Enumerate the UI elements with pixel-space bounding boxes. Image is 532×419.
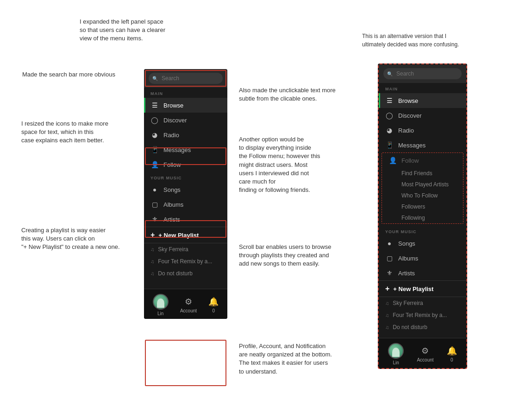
right-profile-button[interactable]: Lin	[388, 343, 404, 365]
nav-label-albums: Albums	[163, 201, 183, 208]
right-main-label: MAIN	[379, 83, 466, 93]
search-input-wrap[interactable]	[149, 73, 223, 84]
nav-label-follow: Follow	[163, 161, 181, 168]
right-nav-radio[interactable]: ◕ Radio	[379, 123, 466, 138]
right-nav-label-discover: Discover	[398, 112, 422, 119]
follow-expanded-section: 👤 Follow Find Friends Most Played Artist…	[382, 152, 463, 224]
sub-most-played[interactable]: Most Played Artists	[382, 179, 463, 190]
music-note-icon-2: ♫	[150, 259, 154, 264]
notification-count: 0	[213, 308, 215, 313]
new-playlist-label: + New Playlist	[158, 232, 199, 239]
right-panel: MAIN ☰ Browse ◯ Discover ◕ Radio 📱 Messa…	[378, 63, 467, 369]
right-nav-label-albums: Albums	[398, 255, 418, 262]
bell-icon: 🔔	[208, 297, 219, 307]
playlist-item-1[interactable]: ♫ Sky Ferreira	[144, 243, 227, 255]
annotation-profile: Profile, Account, and Notificationare ne…	[239, 342, 332, 376]
follow-icon: 👤	[150, 160, 159, 169]
right-albums-icon: ▢	[385, 254, 394, 262]
right-new-playlist[interactable]: + + New Playlist	[379, 280, 466, 297]
nav-item-messages[interactable]: 📱 Messages	[144, 142, 227, 157]
right-user-label: Lin	[393, 360, 399, 365]
right-nav-messages[interactable]: 📱 Messages	[379, 138, 466, 152]
nav-label-songs: Songs	[163, 186, 181, 193]
right-search-bar	[379, 64, 466, 83]
sub-followers[interactable]: Followers	[382, 201, 463, 212]
right-nav-discover[interactable]: ◯ Discover	[379, 108, 466, 123]
sub-who-to-follow[interactable]: Who To Follow	[382, 190, 463, 201]
nav-label-browse: Browse	[163, 102, 183, 109]
your-music-section-label: YOUR MUSIC	[144, 172, 227, 182]
right-nav-label-follow: Follow	[401, 157, 419, 164]
playlist-label-1: Sky Ferreira	[158, 246, 188, 253]
plus-icon: +	[150, 231, 155, 239]
right-radio-icon: ◕	[385, 126, 394, 134]
nav-item-artists[interactable]: ⚜ Artists	[144, 212, 227, 227]
right-nav-label-radio: Radio	[398, 127, 414, 134]
browse-icon: ☰	[150, 101, 159, 109]
nav-label-artists: Artists	[163, 216, 180, 223]
annotation-icons: I resized the icons to make morespace fo…	[21, 120, 108, 145]
annotation-unclickable: Also made the unclickable text moresubtl…	[239, 86, 336, 103]
sub-following[interactable]: Following	[382, 212, 463, 223]
playlist-item-3[interactable]: ♫ Do not disturb	[144, 267, 227, 279]
right-follow-icon: 👤	[388, 156, 397, 165]
profile-button[interactable]: Lin	[153, 294, 169, 316]
search-input[interactable]	[149, 73, 223, 84]
right-music-note-2: ♫	[385, 312, 389, 318]
right-nav-artists[interactable]: ⚜ Artists	[379, 266, 466, 280]
songs-icon: ●	[150, 185, 159, 194]
new-playlist-button[interactable]: + + New Playlist	[144, 227, 227, 243]
right-gear-icon: ⚙	[421, 346, 429, 356]
music-note-icon-1: ♫	[150, 247, 154, 252]
right-account-button[interactable]: ⚙ Account	[417, 346, 433, 362]
highlight-bottom-bar	[145, 340, 226, 386]
right-artists-icon: ⚜	[385, 269, 394, 277]
playlist-label-2: Four Tet Remix by a...	[158, 258, 212, 265]
search-bar-section	[144, 69, 227, 88]
notifications-button[interactable]: 🔔 0	[208, 297, 219, 313]
nav-item-songs[interactable]: ● Songs	[144, 182, 227, 197]
right-account-label: Account	[417, 357, 433, 362]
right-playlist-label-1: Sky Ferreira	[393, 300, 423, 306]
right-discover-icon: ◯	[385, 111, 394, 120]
right-nav-songs[interactable]: ● Songs	[379, 236, 466, 251]
right-playlist-label-2: Four Tet Remix by a...	[393, 312, 447, 318]
right-nav-albums[interactable]: ▢ Albums	[379, 251, 466, 266]
annotation-playlist: Creating a playlist is way easierthis wa…	[21, 226, 120, 252]
radio-icon: ◕	[150, 131, 159, 139]
main-section-label: MAIN	[144, 88, 227, 98]
nav-item-albums[interactable]: ▢ Albums	[144, 197, 227, 212]
right-playlist-1[interactable]: ♫ Sky Ferreira	[379, 297, 466, 309]
annotation-title-left: I expanded the left panel spaceso that u…	[80, 18, 165, 43]
user-label: Lin	[157, 311, 163, 316]
left-panel: MAIN ☰ Browse ◯ Discover ◕ Radio 📱 Messa…	[144, 69, 227, 319]
nav-item-follow[interactable]: 👤 Follow	[144, 157, 227, 172]
right-notifications-button[interactable]: 🔔 0	[447, 346, 457, 362]
music-note-icon-3: ♫	[150, 271, 154, 276]
artists-icon: ⚜	[150, 215, 159, 223]
bottom-bar: Lin ⚙ Account 🔔 0	[144, 289, 227, 319]
annotation-search: Made the search bar more obvious	[22, 70, 115, 79]
right-nav-browse[interactable]: ☰ Browse	[379, 93, 466, 108]
right-playlist-label-3: Do not disturb	[393, 324, 427, 330]
right-music-note-1: ♫	[385, 300, 389, 306]
right-nav-follow[interactable]: 👤 Follow	[382, 153, 463, 168]
playlist-item-2[interactable]: ♫ Four Tet Remix by a...	[144, 255, 227, 267]
right-search-input[interactable]	[383, 68, 462, 79]
nav-item-browse[interactable]: ☰ Browse	[144, 98, 227, 113]
right-bottom-bar: Lin ⚙ Account 🔔 0	[379, 338, 466, 368]
nav-item-discover[interactable]: ◯ Discover	[144, 113, 227, 127]
nav-label-discover: Discover	[163, 117, 187, 124]
nav-label-messages: Messages	[163, 146, 191, 153]
annotation-follow: Another option would beto display everyt…	[239, 135, 320, 194]
sub-find-friends[interactable]: Find Friends	[382, 168, 463, 179]
gear-icon: ⚙	[185, 297, 192, 307]
nav-item-radio[interactable]: ◕ Radio	[144, 127, 227, 142]
nav-label-radio: Radio	[163, 132, 179, 139]
right-playlist-3[interactable]: ♫ Do not disturb	[379, 321, 466, 333]
account-button[interactable]: ⚙ Account	[180, 297, 197, 313]
right-playlist-2[interactable]: ♫ Four Tet Remix by a...	[379, 309, 466, 321]
right-music-note-3: ♫	[385, 324, 389, 330]
right-search-input-wrap[interactable]	[383, 68, 462, 79]
discover-icon: ◯	[150, 116, 159, 124]
